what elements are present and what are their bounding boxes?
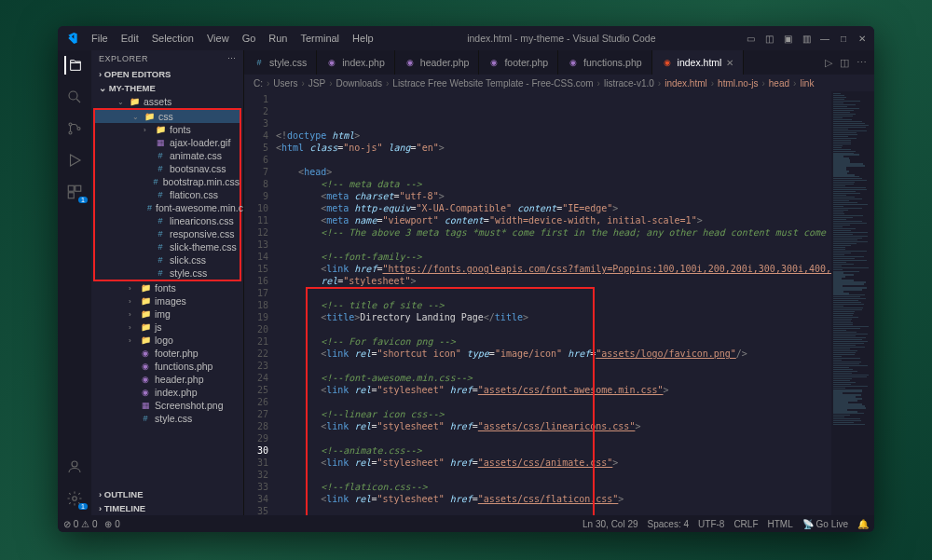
errors-status[interactable]: ⊘ 0 ⚠ 0 xyxy=(63,519,97,529)
file-linearicons.css[interactable]: #linearicons.css xyxy=(95,214,240,227)
menu-edit[interactable]: Edit xyxy=(116,30,144,47)
code-line-17[interactable] xyxy=(276,323,831,335)
notifications-icon[interactable]: 🔔 xyxy=(857,519,869,529)
breadcrumb-segment[interactable]: head xyxy=(769,78,789,89)
code-line-2[interactable]: <html class="no-js" lang="en"> xyxy=(276,142,831,154)
file-bootstrap.min.css[interactable]: #bootstrap.min.css xyxy=(95,175,240,188)
breadcrumb-segment[interactable]: Users xyxy=(273,78,297,89)
run-icon[interactable]: ▷ xyxy=(825,57,832,69)
code-line-25[interactable]: <link rel="stylesheet" href="assets/css/… xyxy=(276,420,831,432)
split-editor-icon[interactable]: ◫ xyxy=(840,57,849,69)
code-line-19[interactable]: <link rel="shortcut icon" type="image/ic… xyxy=(276,348,831,360)
breadcrumb-segment[interactable]: Listrace Free Website Template - Free-CS… xyxy=(392,78,593,89)
extensions-icon[interactable]: 1 xyxy=(65,183,84,201)
close-icon[interactable]: ✕ xyxy=(856,32,869,45)
code-line-14[interactable] xyxy=(276,287,831,299)
minimap[interactable] xyxy=(831,91,874,515)
code-line-8[interactable]: <meta name="viewport" content="width=dev… xyxy=(276,214,831,226)
code-line-31[interactable]: <link rel="stylesheet" href="assets/css/… xyxy=(276,493,831,505)
code-line-10[interactable] xyxy=(276,239,831,251)
source-control-icon[interactable] xyxy=(65,119,84,138)
code-line-30[interactable]: <!--flaticon.css--> xyxy=(276,481,831,493)
encoding-status[interactable]: UTF-8 xyxy=(698,519,724,529)
breadcrumb-segment[interactable]: html.no-js xyxy=(718,78,758,89)
file-slick.css[interactable]: #slick.css xyxy=(95,253,240,266)
file-images[interactable]: ›📁images xyxy=(91,294,243,307)
menu-terminal[interactable]: Terminal xyxy=(295,30,346,47)
code-line-20[interactable] xyxy=(276,360,831,372)
menu-run[interactable]: Run xyxy=(263,30,293,47)
tab-index.html[interactable]: ◉index.html✕ xyxy=(652,50,745,75)
menu-file[interactable]: File xyxy=(86,30,114,47)
breadcrumb-segment[interactable]: index.html xyxy=(665,78,707,89)
code-line-15[interactable]: <!-- title of site --> xyxy=(276,299,831,311)
code-line-29[interactable] xyxy=(276,469,831,481)
code-line-21[interactable]: <!--font-awesome.min.css--> xyxy=(276,372,831,384)
breadcrumb-segment[interactable]: JSP xyxy=(308,78,325,89)
accounts-icon[interactable] xyxy=(65,458,84,476)
explorer-icon[interactable] xyxy=(64,56,83,75)
code-line-23[interactable] xyxy=(276,396,831,408)
code-line-4[interactable]: <head> xyxy=(276,166,831,178)
file-functions.php[interactable]: ◉functions.php xyxy=(91,360,243,373)
code-line-5[interactable]: <!-- meta data --> xyxy=(276,178,831,190)
more-icon[interactable]: ⋯ xyxy=(857,57,867,69)
file-js[interactable]: ›📁js xyxy=(91,321,243,334)
tab-index.php[interactable]: ◉index.php xyxy=(317,50,395,75)
golive-button[interactable]: 📡 Go Live xyxy=(802,519,848,529)
file-img[interactable]: ›📁img xyxy=(91,307,243,321)
code-line-13[interactable]: rel="stylesheet"> xyxy=(276,275,831,287)
close-tab-icon[interactable]: ✕ xyxy=(726,58,733,68)
file-Screenshot.png[interactable]: ▦Screenshot.png xyxy=(91,399,243,412)
code-editor[interactable]: <!doctype html><html class="no-js" lang=… xyxy=(276,91,831,515)
tab-style.css[interactable]: #style.css xyxy=(244,50,317,75)
layout-icon[interactable]: ▣ xyxy=(781,32,794,45)
file-logo[interactable]: ›📁logo xyxy=(91,334,243,347)
code-line-27[interactable]: <!--animate.css--> xyxy=(276,444,831,457)
file-fonts[interactable]: ›📁fonts xyxy=(91,281,243,294)
tab-footer.php[interactable]: ◉footer.php xyxy=(479,50,558,75)
minimize-icon[interactable]: — xyxy=(818,32,831,45)
code-line-32[interactable] xyxy=(276,505,831,515)
outline-section[interactable]: › OUTLINE xyxy=(91,487,243,501)
file-style.css[interactable]: #style.css xyxy=(95,266,240,280)
tab-functions.php[interactable]: ◉functions.php xyxy=(558,50,651,75)
eol-status[interactable]: CRLF xyxy=(733,519,758,529)
breadcrumb[interactable]: C:›Users›JSP›Downloads›Listrace Free Web… xyxy=(244,75,874,91)
file-font-awesome.min.css[interactable]: #font-awesome.min.css xyxy=(95,201,240,214)
maximize-icon[interactable]: □ xyxy=(837,32,850,45)
file-animate.css[interactable]: #animate.css xyxy=(95,149,240,162)
folder-css[interactable]: ⌄📁css xyxy=(95,110,240,123)
tab-header.php[interactable]: ◉header.php xyxy=(395,50,480,75)
more-icon[interactable]: ⋯ xyxy=(227,54,237,63)
indent-status[interactable]: Spaces: 4 xyxy=(648,519,689,529)
code-line-24[interactable]: <!--linear icon css--> xyxy=(276,408,831,420)
timeline-section[interactable]: › TIMELINE xyxy=(91,501,243,515)
code-line-7[interactable]: <meta http-equiv="X-UA-Compatible" conte… xyxy=(276,202,831,214)
settings-gear-icon[interactable]: 1 xyxy=(65,489,84,508)
menu-view[interactable]: View xyxy=(201,30,235,47)
file-footer.php[interactable]: ◉footer.php xyxy=(91,347,243,360)
code-line-6[interactable]: <meta charset="utf-8"> xyxy=(276,190,831,202)
file-style.css[interactable]: #style.css xyxy=(91,412,243,425)
file-flaticon.css[interactable]: #flaticon.css xyxy=(95,188,240,201)
cursor-position[interactable]: Ln 30, Col 29 xyxy=(582,519,638,529)
layout-icon[interactable]: ▥ xyxy=(800,32,813,45)
file-ajax-loader.gif[interactable]: ▦ajax-loader.gif xyxy=(95,136,240,149)
file-responsive.css[interactable]: #responsive.css xyxy=(95,227,240,240)
open-editors-section[interactable]: › OPEN EDITORS xyxy=(91,67,243,81)
breadcrumb-segment[interactable]: link xyxy=(800,78,814,89)
folder-assets[interactable]: ⌄📁assets xyxy=(91,95,243,108)
file-bootsnav.css[interactable]: #bootsnav.css xyxy=(95,162,240,175)
breadcrumb-segment[interactable]: C: xyxy=(254,78,263,89)
code-line-26[interactable] xyxy=(276,432,831,444)
file-slick-theme.css[interactable]: #slick-theme.css xyxy=(95,240,240,253)
menu-go[interactable]: Go xyxy=(237,30,262,47)
port-status[interactable]: ⊕ 0 xyxy=(104,519,119,529)
code-line-12[interactable]: <link href="https://fonts.googleapis.com… xyxy=(276,263,831,275)
code-line-28[interactable]: <link rel="stylesheet" href="assets/css/… xyxy=(276,457,831,469)
code-line-16[interactable]: <title>Directory Landing Page</title> xyxy=(276,311,831,323)
project-section[interactable]: ⌄ MY-THEME xyxy=(91,81,243,95)
language-status[interactable]: HTML xyxy=(768,519,793,529)
code-line-1[interactable]: <!doctype html> xyxy=(276,130,831,142)
